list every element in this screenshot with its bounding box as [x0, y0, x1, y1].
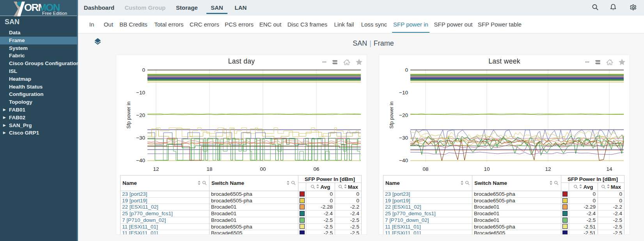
svg-text:00: 00	[260, 166, 266, 172]
svg-text:−10: −10	[136, 90, 145, 96]
svg-text:0: 0	[142, 67, 145, 73]
svg-text:−20: −20	[136, 112, 145, 118]
svg-text:−40: −40	[136, 158, 145, 163]
svg-text:08: 08	[422, 166, 428, 172]
svg-text:12: 12	[545, 166, 551, 172]
svg-text:−30: −30	[136, 135, 145, 141]
svg-text:14: 14	[606, 166, 612, 172]
svg-text:0: 0	[405, 67, 408, 73]
svg-text:−20: −20	[399, 112, 408, 118]
svg-text:−10: −10	[399, 90, 408, 96]
svg-text:12: 12	[153, 166, 159, 172]
svg-text:Sfp power in: Sfp power in	[126, 101, 131, 129]
svg-text:Sfp power in: Sfp power in	[389, 101, 394, 129]
svg-text:06: 06	[313, 166, 319, 172]
svg-text:−40: −40	[399, 158, 408, 163]
svg-text:18: 18	[206, 166, 212, 172]
svg-text:−30: −30	[399, 135, 408, 141]
svg-text:10: 10	[484, 166, 490, 172]
